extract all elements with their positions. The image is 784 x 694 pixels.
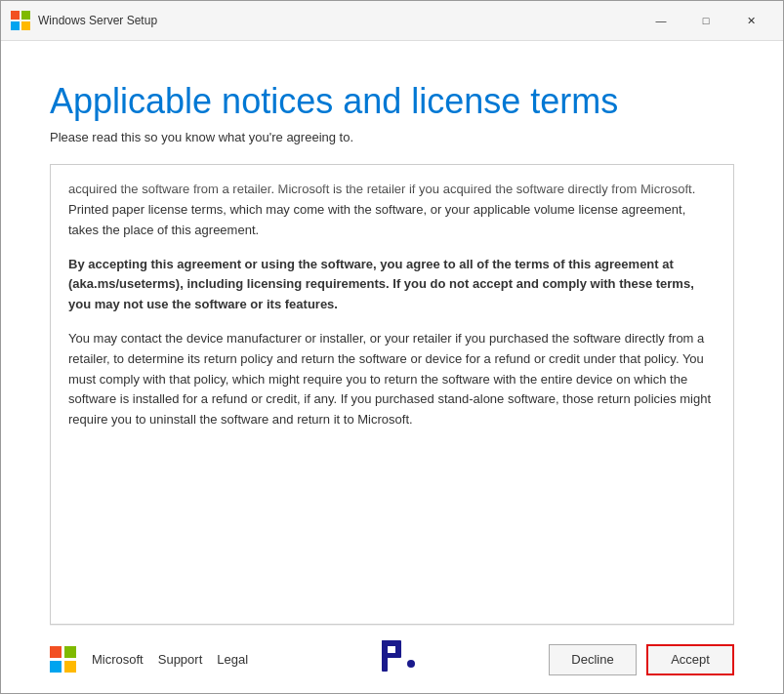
minimize-button[interactable]: — <box>639 6 683 35</box>
footer-right: Decline Accept <box>549 644 734 675</box>
close-button[interactable]: ✕ <box>728 6 773 35</box>
page-subtitle: Please read this so you know what you're… <box>50 130 734 144</box>
microsoft-link[interactable]: Microsoft <box>92 652 144 667</box>
svg-point-8 <box>407 660 415 668</box>
decline-button[interactable]: Decline <box>549 644 637 675</box>
svg-rect-1 <box>21 11 30 20</box>
app-icon <box>11 11 30 30</box>
ms-logo-red <box>50 646 62 658</box>
main-window: Windows Server Setup — □ ✕ Applicable no… <box>0 0 784 694</box>
license-paragraph-3: You may contact the device manufacturer … <box>68 329 716 430</box>
restore-button[interactable]: □ <box>683 6 728 35</box>
svg-rect-2 <box>11 21 20 30</box>
window-controls: — □ ✕ <box>639 6 773 35</box>
content-area: Applicable notices and license terms Ple… <box>1 41 783 693</box>
footer: Microsoft Support Legal <box>50 625 734 693</box>
svg-rect-0 <box>11 11 20 20</box>
piracy-protect-logo <box>374 636 423 683</box>
support-link[interactable]: Support <box>158 652 203 667</box>
ms-logo-yellow <box>64 661 76 673</box>
svg-rect-3 <box>21 21 30 30</box>
svg-rect-7 <box>395 640 401 658</box>
ms-logo-blue <box>50 661 62 673</box>
license-text-scroll[interactable]: acquired the software from a retailer. M… <box>51 165 733 624</box>
legal-link[interactable]: Legal <box>217 652 248 667</box>
license-container: acquired the software from a retailer. M… <box>50 164 734 625</box>
footer-center <box>248 636 549 683</box>
license-paragraph-2: By accepting this agreement or using the… <box>68 255 716 315</box>
ms-logo-green <box>64 646 76 658</box>
license-paragraph-1: acquired the software from a retailer. M… <box>68 180 716 240</box>
accept-button[interactable]: Accept <box>646 644 734 675</box>
microsoft-logo <box>50 646 77 674</box>
titlebar: Windows Server Setup — □ ✕ <box>1 1 783 41</box>
window-title: Windows Server Setup <box>38 14 639 27</box>
page-title: Applicable notices and license terms <box>50 80 734 122</box>
footer-left: Microsoft Support Legal <box>50 646 248 674</box>
